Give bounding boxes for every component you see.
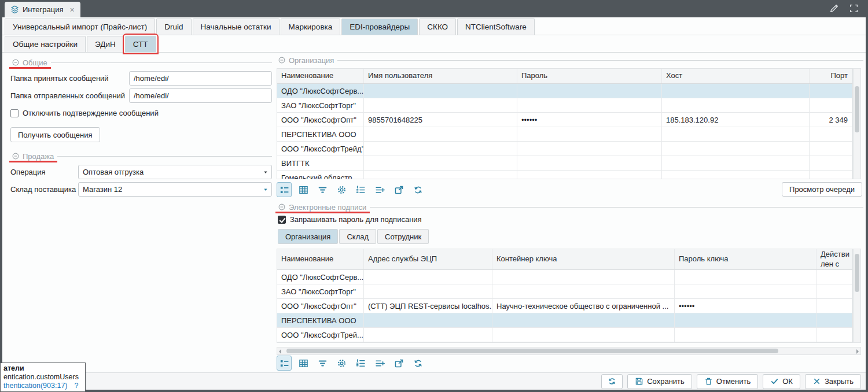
- vertical-scrollbar[interactable]: [853, 249, 861, 343]
- detail-view-icon[interactable]: [277, 182, 292, 197]
- close-button[interactable]: Закрыть: [805, 374, 861, 389]
- sent-folder-input[interactable]: [129, 88, 272, 103]
- tab[interactable]: СККО: [419, 19, 456, 35]
- table-cell[interactable]: [364, 142, 517, 156]
- table-row[interactable]: ООО "ЛюксСофтТрейд": [277, 142, 852, 156]
- table-row[interactable]: ВИТГТК: [277, 156, 852, 171]
- table-cell[interactable]: ООО "ЛюксСофтТрей...: [277, 328, 364, 342]
- table-cell[interactable]: [517, 98, 662, 112]
- tab[interactable]: EDI-провайдеры: [341, 19, 418, 35]
- table-cell[interactable]: ООО "ЛюксСофтОпт": [277, 299, 364, 313]
- table-cell[interactable]: 9855701648225: [364, 113, 517, 127]
- table-row[interactable]: ОДО "ЛюксСофтСерв...: [277, 84, 852, 98]
- table-cell[interactable]: [662, 127, 810, 141]
- table-row[interactable]: ЗАО "ЛюксСофтТорг": [277, 98, 852, 113]
- add-filter-icon[interactable]: [372, 182, 387, 197]
- scrollbar-thumb[interactable]: [286, 349, 778, 353]
- column-header[interactable]: Хост: [662, 69, 810, 83]
- table-row[interactable]: ЗАО "ЛюксСофтТорг": [277, 284, 852, 299]
- table-cell[interactable]: [675, 284, 816, 298]
- table-cell[interactable]: [364, 156, 517, 170]
- received-folder-input[interactable]: [129, 71, 272, 86]
- signature-tab[interactable]: Сотрудник: [377, 229, 429, 244]
- table-cell[interactable]: [662, 98, 810, 112]
- table-cell[interactable]: [662, 142, 810, 156]
- grid-view-icon[interactable]: [296, 182, 311, 197]
- table-cell[interactable]: [810, 84, 852, 98]
- table-cell[interactable]: [662, 156, 810, 170]
- debug-link[interactable]: thentication(903:17): [3, 382, 68, 390]
- scrollbar-thumb[interactable]: [855, 86, 859, 132]
- operation-select[interactable]: Оптовая отгрузка: [78, 165, 272, 179]
- table-cell[interactable]: [364, 313, 492, 327]
- table-cell[interactable]: [810, 142, 852, 156]
- table-cell[interactable]: ПЕРСПЕКТИВА ООО: [277, 127, 364, 141]
- table-cell[interactable]: [517, 171, 662, 179]
- disable-confirm-row[interactable]: Отключить подтверждение сообщений: [10, 109, 272, 117]
- table-cell[interactable]: [816, 299, 852, 313]
- table-cell[interactable]: 185.183.120.92: [662, 113, 810, 127]
- edit-pencil-icon[interactable]: [829, 3, 839, 13]
- table-cell[interactable]: [810, 156, 852, 170]
- table-cell[interactable]: 2 349: [810, 113, 852, 127]
- table-cell[interactable]: [816, 284, 852, 298]
- table-cell[interactable]: ••••••: [517, 113, 662, 127]
- column-header[interactable]: Контейнер ключа: [492, 249, 675, 269]
- reload-table-icon[interactable]: [410, 182, 425, 197]
- group-columns-icon[interactable]: [353, 182, 368, 197]
- view-queue-button[interactable]: Просмотр очереди: [782, 182, 862, 197]
- table-cell[interactable]: [517, 142, 662, 156]
- table-row[interactable]: ПЕРСПЕКТИВА ООО: [277, 127, 852, 142]
- reload-table-icon[interactable]: [410, 356, 425, 371]
- table-cell[interactable]: [675, 328, 816, 342]
- table-row[interactable]: ПЕРСПЕКТИВА ООО: [277, 313, 852, 328]
- table-cell[interactable]: [364, 270, 492, 284]
- filter-icon[interactable]: [315, 182, 330, 197]
- table-cell[interactable]: ООО "ЛюксСофтТрейд": [277, 142, 364, 156]
- export-icon[interactable]: [391, 182, 406, 197]
- table-cell[interactable]: [810, 171, 852, 179]
- table-cell[interactable]: [517, 127, 662, 141]
- table-cell[interactable]: ••••••: [675, 299, 816, 313]
- collapse-icon[interactable]: [278, 203, 286, 211]
- table-cell[interactable]: [675, 313, 816, 327]
- close-icon[interactable]: ×: [70, 5, 75, 14]
- table-cell[interactable]: [662, 84, 810, 98]
- table-cell[interactable]: (СТТ) ЭЦП REST-сервисы localhos...: [364, 299, 492, 313]
- table-cell[interactable]: ВИТГТК: [277, 156, 364, 170]
- fullscreen-icon[interactable]: [849, 3, 859, 13]
- table-cell[interactable]: [492, 328, 675, 342]
- table-cell[interactable]: [492, 313, 675, 327]
- export-icon[interactable]: [391, 356, 406, 371]
- add-filter-icon[interactable]: [372, 356, 387, 371]
- collapse-icon[interactable]: [278, 56, 286, 64]
- vertical-scrollbar[interactable]: [853, 68, 861, 179]
- table-row[interactable]: ООО "ЛюксСофтОпт"9855701648225••••••185.…: [277, 113, 852, 127]
- column-header[interactable]: Наименование: [277, 69, 364, 83]
- table-cell[interactable]: [364, 84, 517, 98]
- cancel-button[interactable]: Отменить: [697, 374, 758, 389]
- tab[interactable]: Универсальный импорт (Прайс-лист): [5, 19, 155, 35]
- get-messages-button[interactable]: Получить сообщения: [10, 127, 100, 142]
- table-cell[interactable]: ЗАО "ЛюксСофтТорг": [277, 284, 364, 298]
- table-row[interactable]: ОДО "ЛюксСофтСерв...: [277, 270, 852, 284]
- grid-view-icon[interactable]: [296, 356, 311, 371]
- tab[interactable]: NTClientSoftware: [457, 19, 535, 35]
- ok-button[interactable]: ОК: [763, 374, 800, 389]
- combo-arrow-icon[interactable]: [262, 186, 269, 193]
- column-header[interactable]: Действи лен с: [816, 249, 852, 269]
- table-cell[interactable]: [662, 171, 810, 179]
- table-cell[interactable]: [364, 328, 492, 342]
- settings-gear-icon[interactable]: [334, 182, 349, 197]
- tab[interactable]: Начальные остатки: [193, 19, 279, 35]
- table-row[interactable]: Гомельский областр...: [277, 171, 852, 179]
- table-row[interactable]: ООО "ЛюксСофтОпт"(СТТ) ЭЦП REST-сервисы …: [277, 299, 852, 313]
- document-tab-integration[interactable]: Интеграция ×: [5, 2, 80, 17]
- table-cell[interactable]: Гомельский областр...: [277, 171, 364, 179]
- column-header[interactable]: Имя пользователя: [364, 69, 517, 83]
- table-cell[interactable]: [364, 171, 517, 179]
- scroll-right-arrow-icon[interactable]: [856, 349, 859, 354]
- tab[interactable]: СТТ: [125, 36, 156, 52]
- table-cell[interactable]: [810, 98, 852, 112]
- disable-confirm-checkbox[interactable]: [10, 109, 19, 117]
